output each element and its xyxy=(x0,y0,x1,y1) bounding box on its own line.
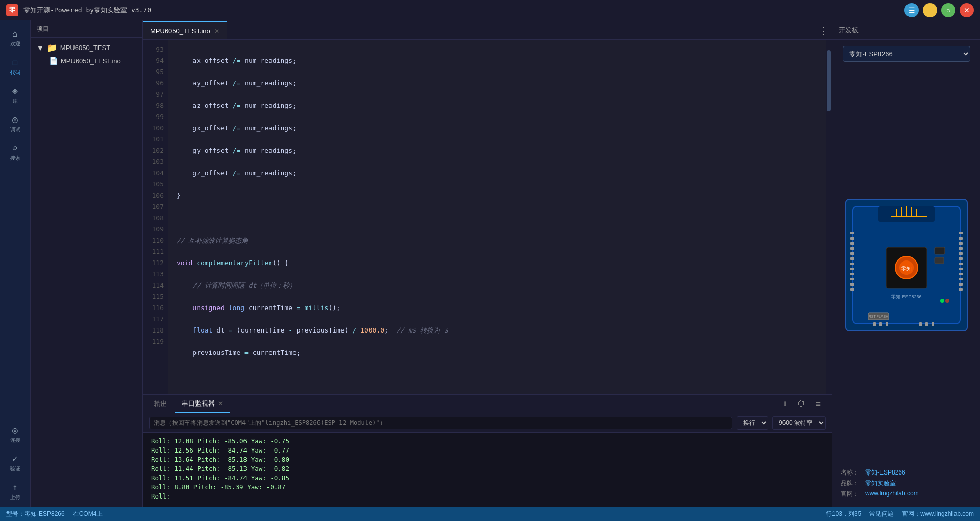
svg-rect-32 xyxy=(959,268,963,270)
svg-rect-41 xyxy=(925,322,928,326)
right-panel: 开发板 零知-ESP8266 xyxy=(832,20,980,507)
editor-tab-main[interactable]: MPU6050_TEST.ino ✕ xyxy=(143,21,227,39)
serial-input-field[interactable] xyxy=(149,417,732,429)
svg-rect-42 xyxy=(932,322,934,326)
svg-rect-29 xyxy=(959,252,963,255)
board-name-value: 零知-ESP8266 xyxy=(865,468,905,477)
library-icon: ◈ xyxy=(12,85,18,96)
svg-rect-20 xyxy=(850,268,854,270)
file-panel-header: 项目 xyxy=(31,20,142,38)
sidebar-item-debug[interactable]: ◎ 调试 xyxy=(2,110,29,137)
brand-row: 品牌： 零知实验室 xyxy=(841,479,972,488)
file-icon: 📄 xyxy=(49,57,58,65)
svg-rect-44 xyxy=(935,257,944,264)
sidebar-item-home[interactable]: ⌂ 欢迎 xyxy=(2,25,29,51)
website-link[interactable]: 官网：www.lingzhilab.com xyxy=(902,510,974,518)
board-select[interactable]: 零知-ESP8266 xyxy=(843,46,970,62)
svg-rect-39 xyxy=(886,322,888,326)
code-scrollbar[interactable] xyxy=(826,40,832,394)
svg-rect-33 xyxy=(959,273,963,275)
svg-rect-14 xyxy=(850,237,854,240)
app-title: 零知开源-Powered by零知实验室 v3.70 xyxy=(23,6,904,15)
tab-output[interactable]: 输出 xyxy=(147,395,175,413)
serial-tab-close-icon[interactable]: ✕ xyxy=(218,400,223,407)
svg-text:零知-ESP8266: 零知-ESP8266 xyxy=(891,294,921,299)
sidebar-item-connect[interactable]: ◎ 连接 xyxy=(2,421,29,447)
main-layout: ⌂ 欢迎 ◻ 代码 ◈ 库 ◎ 调试 ⌕ 搜索 ◎ 连接 ✓ 验证 ↑ xyxy=(0,20,980,507)
brand-label: 品牌： xyxy=(841,479,861,488)
folder-icon: 📁 xyxy=(47,43,57,53)
svg-text:零知: 零知 xyxy=(901,266,912,271)
svg-rect-21 xyxy=(850,273,854,275)
sidebar-item-search[interactable]: ⌕ 搜索 xyxy=(2,139,29,165)
line-numbers: 93 94 95 96 97 98 99 100 101 102 103 104… xyxy=(143,40,168,394)
file-panel: 项目 ▼ 📁 MPU6050_TEST 📄 MPU6050_TEST.ino xyxy=(31,20,143,507)
svg-rect-25 xyxy=(959,232,963,234)
statusbar-right: 行103，列35 常见问题 官网：www.lingzhilab.com xyxy=(826,510,974,518)
baud-rate-select[interactable]: 9600 波特率 xyxy=(772,416,826,430)
bottom-tab-bar: 输出 串口监视器 ✕ ⬇ ⏱ ≡ xyxy=(143,395,832,413)
tab-serial-monitor[interactable]: 串口监视器 ✕ xyxy=(175,395,230,413)
close-button[interactable]: ✕ xyxy=(960,3,974,17)
svg-rect-37 xyxy=(873,322,876,326)
connect-icon: ◎ xyxy=(12,424,18,435)
tree-item-file[interactable]: 📄 MPU6050_TEST.ino xyxy=(31,55,142,67)
timestamp-button[interactable]: ⏱ xyxy=(794,398,808,410)
sidebar-item-verify[interactable]: ✓ 验证 xyxy=(2,449,29,476)
sidebar-item-upload[interactable]: ↑ 上传 xyxy=(2,478,29,505)
bottom-panel: 输出 串口监视器 ✕ ⬇ ⏱ ≡ 换行 xyxy=(143,394,832,507)
serial-output: Roll: 12.08 Pitch: -85.06 Yaw: -0.75Roll… xyxy=(143,433,832,507)
svg-rect-35 xyxy=(959,283,963,286)
board-image: 零知 零知-ESP8266 xyxy=(845,199,968,331)
right-panel-header: 开发板 xyxy=(832,20,980,40)
maximize-button[interactable]: ○ xyxy=(941,3,955,17)
svg-rect-40 xyxy=(919,322,922,326)
statusbar: 型号：零知-ESP8266 在COM4上 行103，列35 常见问题 官网：ww… xyxy=(0,507,980,521)
svg-text:RST FLASH: RST FLASH xyxy=(868,315,888,318)
board-info: 名称： 零知-ESP8266 品牌： 零知实验室 官网： www.lingzhi… xyxy=(832,462,980,507)
name-label: 名称： xyxy=(841,468,861,477)
website-label: 官网： xyxy=(841,490,861,499)
board-image-area: 零知 零知-ESP8266 xyxy=(832,68,980,462)
search-icon: ⌕ xyxy=(12,143,18,153)
scroll-down-button[interactable]: ⬇ xyxy=(779,398,791,410)
svg-rect-24 xyxy=(850,288,854,291)
code-editor: 93 94 95 96 97 98 99 100 101 102 103 104… xyxy=(143,40,832,394)
tab-close-icon[interactable]: ✕ xyxy=(214,28,219,35)
board-status: 型号：零知-ESP8266 xyxy=(6,510,65,518)
menu-button[interactable]: ☰ xyxy=(904,3,919,17)
svg-rect-38 xyxy=(879,322,882,326)
website-value: www.lingzhilab.com xyxy=(865,490,919,499)
serial-input-bar: 换行 9600 波特率 xyxy=(143,413,832,433)
svg-point-47 xyxy=(940,299,944,303)
sidebar-item-code[interactable]: ◻ 代码 xyxy=(2,53,29,80)
board-svg: 零知 零知-ESP8266 xyxy=(848,201,965,329)
port-status: 在COM4上 xyxy=(73,510,103,518)
titlebar: 零 零知开源-Powered by零知实验室 v3.70 ☰ — ○ ✕ xyxy=(0,0,980,20)
issues-link[interactable]: 常见问题 xyxy=(869,510,894,518)
svg-rect-28 xyxy=(959,247,963,250)
tab-more-button[interactable]: ⋮ xyxy=(814,21,832,39)
svg-point-48 xyxy=(945,299,949,303)
code-content[interactable]: ax_offset /= num_readings; ay_offset /= … xyxy=(168,40,826,394)
svg-rect-16 xyxy=(850,247,854,250)
scrollbar-thumb[interactable] xyxy=(827,50,831,111)
svg-rect-17 xyxy=(850,252,854,255)
app-icon: 零 xyxy=(6,4,18,16)
settings-button[interactable]: ≡ xyxy=(813,398,824,410)
svg-rect-26 xyxy=(959,237,963,240)
svg-rect-18 xyxy=(850,257,854,260)
sidebar-item-library[interactable]: ◈ 库 xyxy=(2,82,29,108)
serial-area: 换行 9600 波特率 Roll: 12.08 Pitch: -85.06 Ya… xyxy=(143,413,832,507)
svg-rect-27 xyxy=(959,242,963,245)
folder-expand-icon: ▼ xyxy=(37,44,44,52)
tree-item-project[interactable]: ▼ 📁 MPU6050_TEST xyxy=(31,41,142,55)
svg-rect-13 xyxy=(850,232,854,234)
bottom-controls: ⬇ ⏱ ≡ xyxy=(779,398,828,410)
minimize-button[interactable]: — xyxy=(923,3,937,17)
debug-icon: ◎ xyxy=(12,114,18,125)
newline-select[interactable]: 换行 xyxy=(737,416,768,430)
svg-rect-22 xyxy=(850,278,854,280)
verify-icon: ✓ xyxy=(12,453,18,464)
svg-rect-30 xyxy=(959,257,963,260)
